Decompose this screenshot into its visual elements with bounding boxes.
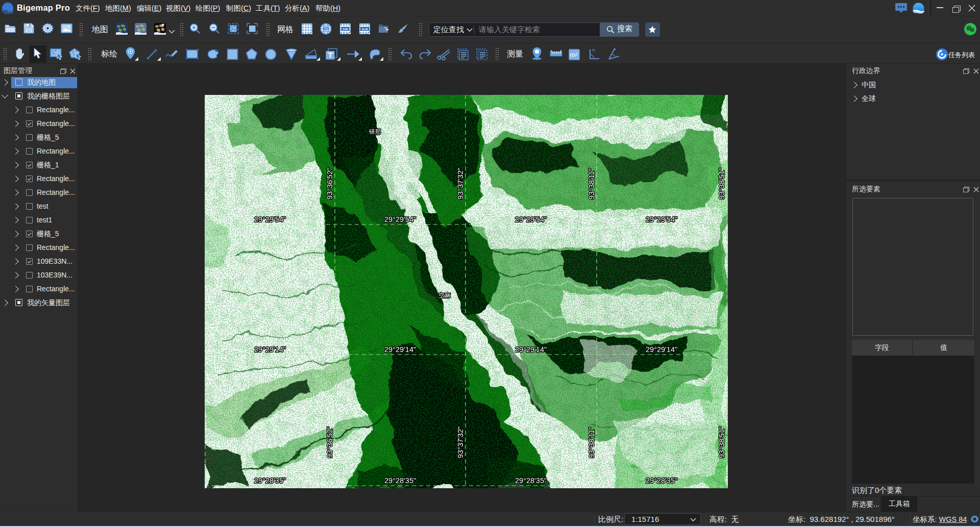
svg-text:29°29'54": 29°29'54" <box>515 215 547 223</box>
svg-text:29°28'35": 29°28'35" <box>515 476 547 485</box>
svg-text:m²: m² <box>570 51 578 59</box>
svg-text:29°28'35": 29°28'35" <box>254 476 286 485</box>
svg-text:N+M: N+M <box>362 28 368 31</box>
svg-text:93°36'52": 93°36'52" <box>326 426 334 458</box>
svg-text:29°29'14": 29°29'14" <box>646 345 677 354</box>
svg-text:Lng: Lng <box>324 28 328 30</box>
svg-text:错那: 错那 <box>369 128 381 135</box>
svg-text:93°38'11": 93°38'11" <box>587 427 596 458</box>
svg-text:29°28'35": 29°28'35" <box>384 476 416 485</box>
svg-text:93°37'32": 93°37'32" <box>456 426 464 458</box>
svg-text:93°38'51": 93°38'51" <box>718 168 726 199</box>
svg-text:29°29'14": 29°29'14" <box>515 345 547 354</box>
svg-text:空麻: 空麻 <box>438 292 451 299</box>
svg-text:93°38'51": 93°38'51" <box>718 426 726 458</box>
svg-text:N: N <box>592 48 595 53</box>
svg-text:93°38'11": 93°38'11" <box>587 168 596 199</box>
svg-text:29°29'54": 29°29'54" <box>254 215 286 223</box>
svg-text:KM: KM <box>343 28 348 31</box>
svg-text:29°29'14": 29°29'14" <box>384 345 416 354</box>
svg-text:29°28'35": 29°28'35" <box>646 476 677 485</box>
svg-text:29°29'54": 29°29'54" <box>646 215 677 223</box>
svg-text:29°29'54": 29°29'54" <box>384 215 416 223</box>
svg-text:93°37'32": 93°37'32" <box>456 168 464 199</box>
svg-text:93°36'52": 93°36'52" <box>326 168 334 199</box>
svg-text:29°29'14": 29°29'14" <box>254 345 286 354</box>
